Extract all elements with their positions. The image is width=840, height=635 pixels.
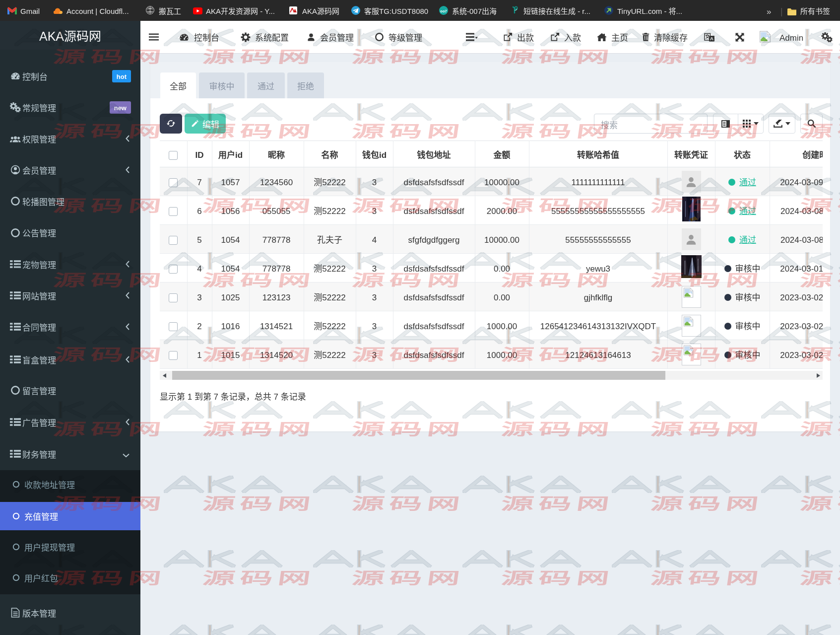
svg-text:oo7: oo7 xyxy=(440,9,447,13)
